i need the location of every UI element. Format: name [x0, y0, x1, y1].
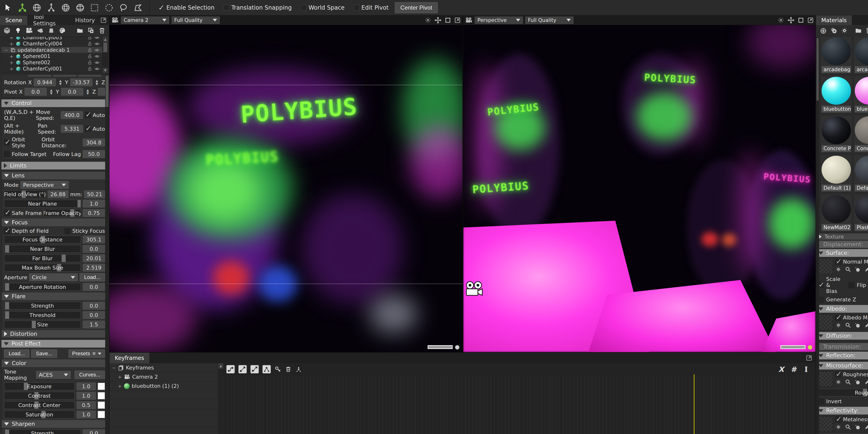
- albedo-map-toggle[interactable]: Albedo Map: n: [835, 315, 868, 321]
- stepped-interpolation-icon[interactable]: [226, 365, 235, 373]
- viewport-maximize-icon[interactable]: [798, 17, 804, 23]
- fov-slider[interactable]: Field of View (°): [4, 190, 46, 198]
- map-search-icon[interactable]: [845, 266, 851, 273]
- focus-distance-slider[interactable]: Focus Distance: [4, 236, 81, 243]
- aperture-rotation-value[interactable]: 0.0: [83, 283, 105, 291]
- viewport-pan-icon[interactable]: [787, 17, 794, 24]
- albedo-section-header[interactable]: Albedo:: [816, 305, 868, 313]
- contrast-color-swatch[interactable]: [98, 392, 105, 399]
- scale-tool-icon[interactable]: [74, 2, 86, 13]
- metalness-map-toggle[interactable]: Metalness Map:: [835, 416, 868, 423]
- material-thumb[interactable]: [822, 195, 851, 223]
- map-edit-pencil-icon[interactable]: [864, 266, 868, 273]
- material-item[interactable]: Concret: [854, 115, 868, 153]
- duplicate-icon[interactable]: [86, 26, 96, 36]
- stepper[interactable]: ▲▼: [94, 80, 100, 85]
- visibility-eye-icon[interactable]: [94, 48, 100, 53]
- bake-keys-icon[interactable]: [295, 366, 302, 373]
- limits-section-header[interactable]: Limits: [1, 162, 107, 169]
- follow-lag-field[interactable]: 50.0: [83, 150, 105, 158]
- viewport-settings-gear-icon[interactable]: [425, 17, 431, 24]
- map-search-icon[interactable]: [845, 424, 851, 430]
- checkbox[interactable]: [835, 315, 841, 321]
- contrast-center-slider[interactable]: Contrast Center: [4, 401, 74, 409]
- surface-section-header[interactable]: Surface:: [816, 249, 868, 257]
- expand-plus-icon[interactable]: +: [118, 374, 122, 380]
- post-load-button[interactable]: Load...: [4, 349, 29, 358]
- viewport-pan-icon[interactable]: [435, 17, 441, 24]
- material-item[interactable]: NewMat02: [820, 194, 852, 232]
- add-camera-icon[interactable]: [24, 26, 34, 36]
- curves-view-icon[interactable]: X: [778, 365, 784, 374]
- aperture-rotation-slider[interactable]: Aperture Rotation: [4, 283, 81, 291]
- rotate-sphere-tool-icon[interactable]: [60, 2, 71, 13]
- timeline[interactable]: X # I: [223, 363, 815, 434]
- near-plane-slider[interactable]: Near Plane: [4, 200, 81, 208]
- lens-mode-dropdown[interactable]: Perspective: [21, 181, 69, 189]
- translate-tool-icon[interactable]: [17, 2, 28, 13]
- viewport-settings-gear-icon[interactable]: [777, 17, 784, 24]
- curves-button[interactable]: Curves...: [74, 371, 105, 379]
- flare-strength-value[interactable]: 0.0: [83, 302, 105, 310]
- rotation-y-field[interactable]: -33.57: [70, 79, 92, 86]
- metalness-map-thumb[interactable]: [817, 416, 833, 432]
- render-canvas-perspective[interactable]: POLYBIUS POLYBIUS POLYBIUS POLYBIUS: [463, 25, 815, 352]
- material-thumb[interactable]: [855, 156, 868, 184]
- stepper[interactable]: ▲▼: [49, 89, 54, 95]
- circle-select-icon[interactable]: [103, 2, 115, 13]
- material-settings-gear-icon[interactable]: [841, 27, 848, 34]
- unlock-icon[interactable]: [88, 48, 92, 53]
- microsurface-section-header[interactable]: Microsurface:: [816, 362, 868, 370]
- camera-select-dropdown[interactable]: Perspective: [475, 17, 523, 24]
- mm-value[interactable]: 50.21: [84, 190, 105, 198]
- saturation-color-swatch[interactable]: [98, 411, 105, 418]
- far-blur-value[interactable]: 20.01: [83, 254, 105, 262]
- environment-icon[interactable]: [35, 26, 45, 36]
- smooth-interpolation-icon[interactable]: [250, 365, 259, 373]
- lens-section-header[interactable]: Lens: [2, 172, 107, 179]
- flare-threshold-value[interactable]: 0.0: [83, 311, 105, 319]
- near-plane-value[interactable]: 1.0: [83, 200, 105, 208]
- depth-of-field-checkbox[interactable]: [4, 228, 10, 234]
- visibility-eye-icon[interactable]: [94, 37, 100, 40]
- sharpen-section-header[interactable]: Sharpen: [2, 420, 107, 428]
- albedo-map-thumb[interactable]: [817, 315, 833, 330]
- viewport-popout-icon[interactable]: [454, 17, 461, 23]
- polygon-select-icon[interactable]: [132, 2, 144, 13]
- timeline-grid[interactable]: [223, 376, 815, 434]
- reflection-section-header[interactable]: Reflection:: [816, 352, 868, 360]
- viewport-maximize-icon[interactable]: [445, 17, 451, 23]
- camera-gizmo-icon[interactable]: [464, 280, 485, 299]
- pivot-x-field[interactable]: 0.0: [25, 88, 47, 96]
- far-blur-slider[interactable]: Far Blur: [4, 254, 81, 262]
- unlock-icon[interactable]: [88, 73, 92, 73]
- scroll-down-icon[interactable]: ▼: [103, 68, 108, 73]
- checkbox[interactable]: [835, 259, 841, 265]
- materials-scrollbar[interactable]: [816, 37, 819, 434]
- stepper[interactable]: ▲▼: [58, 80, 63, 85]
- tab-scene[interactable]: Scene: [0, 16, 28, 25]
- map-settings-gear-icon[interactable]: [835, 424, 841, 430]
- transmission-section-header[interactable]: Transmission:: [816, 343, 868, 350]
- material-item[interactable]: arcadebag: [820, 36, 852, 74]
- control-section-header[interactable]: Control: [1, 99, 107, 107]
- map-settings-gear-icon[interactable]: [835, 322, 841, 328]
- material-item[interactable]: bluebut: [854, 75, 868, 114]
- normal-map-toggle[interactable]: Normal Map: n: [835, 259, 868, 265]
- contrast-value[interactable]: 1.0: [76, 392, 96, 400]
- sharpen-strength-value[interactable]: 0.0: [83, 429, 105, 434]
- diffusion-section-header[interactable]: Diffusion:: [816, 332, 868, 340]
- reflectivity-section-header[interactable]: Reflectivity:: [816, 407, 868, 414]
- map-pick-icon[interactable]: [855, 322, 861, 328]
- keyframes-camera2-row[interactable]: + Camera 2: [110, 372, 218, 381]
- sticky-focus-checkbox[interactable]: [64, 228, 70, 234]
- add-key-icon[interactable]: [275, 366, 281, 373]
- material-thumb[interactable]: [855, 195, 868, 223]
- visibility-eye-icon[interactable]: [94, 54, 100, 59]
- saturation-slider[interactable]: Saturation: [4, 411, 74, 418]
- keyframes-bluebutton-row[interactable]: + bluebutton (1) (2): [110, 381, 218, 391]
- timeline-playhead[interactable]: [694, 374, 694, 434]
- flare-size-slider[interactable]: Size: [4, 321, 81, 328]
- bezier-handles-icon[interactable]: [262, 365, 271, 373]
- material-item[interactable]: Plastic B: [854, 194, 868, 232]
